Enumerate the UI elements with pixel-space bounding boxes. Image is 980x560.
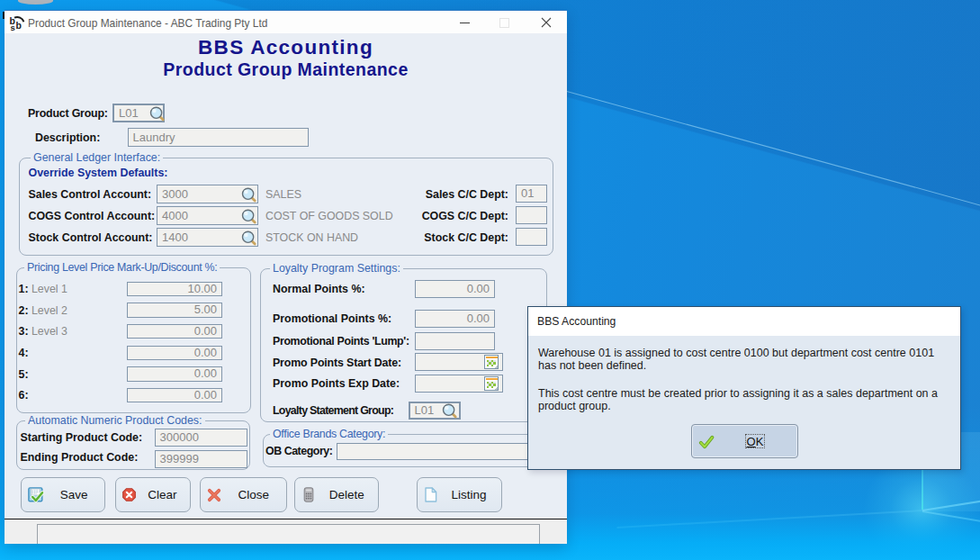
svg-text:b: b bbox=[16, 20, 22, 31]
svg-text:s: s bbox=[11, 23, 15, 32]
